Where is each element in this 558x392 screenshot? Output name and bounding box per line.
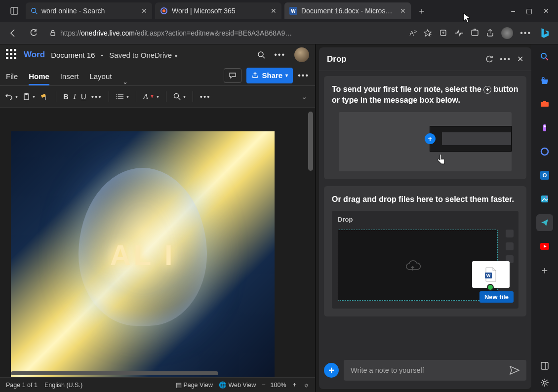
- svg-point-36: [541, 148, 548, 155]
- illus-mini-sidebar: [506, 230, 514, 263]
- inserted-image[interactable]: AL I: [11, 131, 275, 377]
- page-view-button[interactable]: ▤ Page View: [176, 381, 213, 389]
- favorite-icon[interactable]: +: [424, 29, 432, 37]
- close-window-icon[interactable]: ✕: [543, 7, 549, 15]
- note-placeholder: Write a note to yourself: [351, 366, 424, 374]
- share-page-icon[interactable]: [486, 29, 494, 37]
- more-icon[interactable]: •••: [520, 29, 531, 38]
- pointer-hand-icon: [436, 154, 447, 167]
- tab-layout[interactable]: Layout: [89, 72, 112, 85]
- add-sidebar-icon[interactable]: ＋: [536, 262, 553, 278]
- more-formatting-icon[interactable]: •••: [91, 92, 102, 101]
- zoom-in-button[interactable]: ＋: [291, 381, 298, 389]
- tab-insert[interactable]: Insert: [60, 72, 79, 85]
- tab-home[interactable]: Home: [29, 72, 49, 85]
- sidebar-collapse-icon[interactable]: [540, 361, 549, 370]
- font-color-button[interactable]: A▾: [143, 92, 159, 101]
- bing-sidebar-toggle-icon[interactable]: [536, 25, 553, 41]
- back-button[interactable]: [5, 25, 21, 41]
- more-icon[interactable]: •••: [500, 55, 511, 64]
- illustration-compose: +: [339, 112, 512, 171]
- refresh-button[interactable]: [26, 25, 41, 41]
- word-brand[interactable]: Word: [24, 50, 45, 60]
- tab-actions-icon[interactable]: [6, 2, 23, 19]
- close-icon[interactable]: ✕: [271, 7, 277, 15]
- image-creator-icon[interactable]: [536, 191, 553, 207]
- send-icon[interactable]: [510, 366, 519, 375]
- app-launcher-icon[interactable]: [6, 49, 18, 61]
- svg-text:+: +: [430, 33, 432, 36]
- document-name[interactable]: Document 16: [51, 51, 95, 59]
- paste-button[interactable]: ▾: [23, 93, 35, 101]
- brightness-icon[interactable]: ☼: [304, 382, 309, 389]
- shopping-icon[interactable]: [536, 72, 553, 89]
- drop-tip-send: To send your first file or note, select …: [324, 76, 526, 179]
- underline-button[interactable]: U: [81, 92, 86, 101]
- svg-rect-17: [25, 93, 28, 95]
- minimize-icon[interactable]: –: [511, 7, 515, 15]
- zoom-level[interactable]: 100%: [271, 382, 286, 389]
- note-input[interactable]: Write a note to yourself: [344, 360, 526, 381]
- svg-text:W: W: [291, 8, 296, 14]
- zoom-out-button[interactable]: −: [262, 382, 265, 389]
- web-view-button[interactable]: 🌐 Web View: [219, 381, 256, 389]
- add-attachment-button[interactable]: +: [324, 363, 339, 378]
- collections-icon[interactable]: [439, 29, 448, 37]
- ribbon-collapse-icon[interactable]: ⌄: [298, 92, 310, 101]
- tip-text: To send your first file or note, select …: [332, 84, 518, 106]
- outlook-icon[interactable]: O: [536, 167, 553, 184]
- illus-title: Drop: [338, 216, 513, 223]
- read-aloud-icon[interactable]: A»: [409, 28, 417, 37]
- saved-location[interactable]: Saved to OneDrive ▾: [109, 51, 177, 59]
- chevron-down-icon[interactable]: ⌄: [122, 78, 128, 85]
- profile-avatar[interactable]: [501, 27, 513, 39]
- italic-button[interactable]: I: [74, 92, 76, 101]
- drop-title: Drop: [327, 54, 347, 64]
- games-icon[interactable]: [536, 119, 553, 136]
- address-bar[interactable]: https://onedrive.live.com/edit.aspx?acti…: [46, 25, 435, 41]
- more-icon[interactable]: •••: [298, 71, 309, 80]
- close-icon[interactable]: ✕: [141, 7, 147, 15]
- search-sidebar-icon[interactable]: [536, 48, 553, 65]
- share-arrow-icon: [251, 72, 259, 79]
- bullets-button[interactable]: ▾: [116, 93, 129, 100]
- screenshot-icon[interactable]: [471, 29, 479, 37]
- vertical-scrollbar[interactable]: [308, 112, 313, 171]
- svg-point-2: [32, 8, 36, 13]
- document-canvas[interactable]: AL I: [0, 108, 315, 377]
- drop-sidebar-icon[interactable]: [536, 214, 553, 231]
- svg-text:O: O: [543, 172, 547, 178]
- browser-tab-document[interactable]: W Document 16.docx - Microsoft W ✕: [284, 2, 411, 19]
- close-icon[interactable]: ✕: [400, 7, 406, 15]
- browser-tab-m365[interactable]: Word | Microsoft 365 ✕: [155, 2, 281, 19]
- maximize-icon[interactable]: ▢: [526, 7, 532, 15]
- horizontal-scrollbar[interactable]: [11, 371, 218, 375]
- m365-sidebar-icon[interactable]: [536, 143, 553, 160]
- share-button[interactable]: Share ▾: [246, 68, 293, 83]
- tab-file[interactable]: File: [6, 72, 18, 85]
- more-commands-icon[interactable]: •••: [200, 92, 211, 101]
- undo-button[interactable]: ▾: [5, 93, 18, 101]
- youtube-icon[interactable]: [536, 238, 553, 255]
- settings-icon[interactable]: [540, 378, 549, 387]
- ribbon-tabs: File Home Insert Layout ⌄ Share ▾ •••: [0, 65, 315, 86]
- heartbeat-icon[interactable]: [455, 29, 464, 38]
- mouse-cursor-icon: [463, 13, 471, 23]
- language-status[interactable]: English (U.S.): [44, 382, 82, 389]
- user-avatar[interactable]: [294, 47, 309, 62]
- new-tab-button[interactable]: ＋: [414, 3, 430, 19]
- refresh-icon[interactable]: [485, 55, 494, 64]
- search-icon[interactable]: [257, 51, 265, 59]
- bold-button[interactable]: B: [63, 92, 69, 101]
- svg-point-29: [541, 53, 546, 58]
- tools-icon[interactable]: [536, 96, 553, 113]
- browser-tab-search[interactable]: word online - Search ✕: [26, 2, 152, 19]
- svg-rect-13: [472, 30, 478, 36]
- comments-button[interactable]: [224, 68, 241, 83]
- find-button[interactable]: ▾: [173, 93, 186, 100]
- format-painter-icon[interactable]: [40, 93, 49, 101]
- page-count[interactable]: Page 1 of 1: [6, 382, 38, 389]
- more-icon[interactable]: •••: [274, 50, 285, 59]
- m365-icon: [160, 7, 168, 15]
- close-panel-icon[interactable]: ✕: [517, 54, 523, 64]
